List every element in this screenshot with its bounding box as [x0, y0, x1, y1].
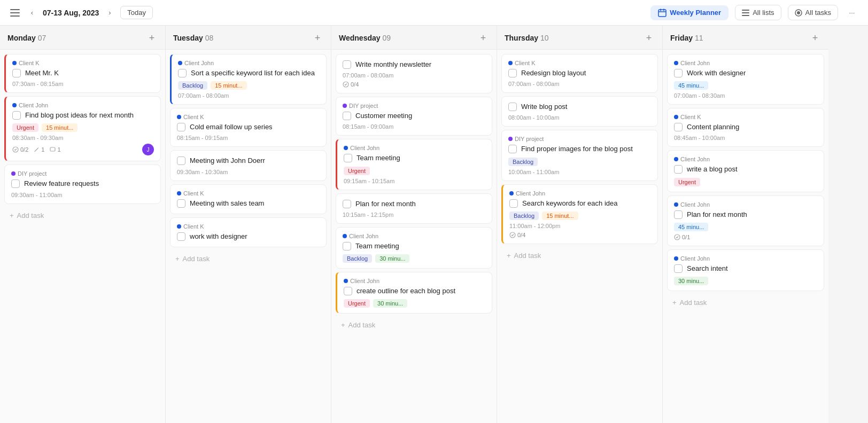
- svg-rect-0: [10, 9, 20, 10]
- task-title: Team meeting: [355, 241, 399, 251]
- client-dot: [344, 146, 348, 150]
- task-time: 09:15am - 10:15am: [344, 178, 485, 184]
- task-checkbox[interactable]: [343, 242, 351, 250]
- add-task-header-monday[interactable]: +: [146, 32, 158, 44]
- task-card: Client K Redesign blog layout 07:00am - …: [501, 54, 658, 93]
- client-name: DIY project: [18, 170, 46, 177]
- task-meta-subtasks: 0/4: [509, 232, 525, 238]
- task-checkbox[interactable]: [344, 287, 352, 295]
- client-dot: [674, 256, 678, 261]
- task-client: DIY project: [343, 103, 485, 109]
- day-title-monday: Monday 07: [7, 34, 46, 42]
- task-row: Search keywords for each idea: [509, 199, 651, 208]
- task-checkbox[interactable]: [177, 123, 185, 131]
- prev-week-button[interactable]: ‹: [26, 6, 38, 19]
- more-options-button[interactable]: ···: [844, 5, 859, 20]
- task-tags: Urgent: [344, 167, 485, 175]
- task-tags: Backlog15 minut...: [178, 81, 320, 90]
- add-task-thursday[interactable]: + Add task: [501, 247, 658, 264]
- task-row: Review feature requests: [11, 179, 154, 189]
- today-button[interactable]: Today: [120, 6, 153, 19]
- task-client: DIY project: [11, 170, 154, 177]
- task-meta: 0/4: [343, 81, 485, 88]
- tag: Urgent: [12, 123, 38, 132]
- svg-rect-13: [50, 147, 55, 151]
- task-checkbox[interactable]: [509, 199, 518, 208]
- task-checkbox[interactable]: [674, 264, 683, 273]
- client-name: Client John: [349, 233, 378, 239]
- task-checkbox[interactable]: [674, 165, 683, 174]
- task-meta-subtasks: 0/1: [674, 234, 690, 240]
- task-time: 09:30am - 11:00am: [11, 192, 154, 198]
- task-card: Client John create outline for each blog…: [336, 272, 492, 314]
- task-meta: 0/2 1 1 J: [12, 144, 154, 155]
- task-checkbox[interactable]: [177, 199, 185, 208]
- task-checkbox[interactable]: [343, 60, 351, 69]
- task-title: Search keywords for each idea: [522, 199, 617, 208]
- add-task-header-wednesday[interactable]: +: [477, 32, 489, 44]
- tasks-container-thursday: Client K Redesign blog layout 07:00am - …: [497, 50, 662, 423]
- client-name: Client K: [19, 60, 40, 66]
- task-checkbox[interactable]: [508, 145, 517, 153]
- task-checkbox[interactable]: [508, 69, 517, 77]
- task-title: create outline for each blog post: [356, 286, 455, 296]
- task-checkbox[interactable]: [12, 69, 21, 77]
- all-tasks-button[interactable]: All tasks: [788, 5, 838, 20]
- task-client: Client John: [509, 190, 651, 197]
- add-task-tuesday[interactable]: + Add task: [170, 250, 327, 267]
- day-title-wednesday: Wednesday 09: [339, 34, 391, 42]
- svg-rect-2: [10, 15, 20, 17]
- task-checkbox[interactable]: [343, 112, 351, 120]
- task-row: Find blog post ideas for next month: [12, 111, 154, 120]
- tasks-container-wednesday: Write monthly newsletter 07:00am - 08:00…: [331, 50, 497, 423]
- task-time: 09:30am - 10:30am: [177, 169, 320, 175]
- add-task-header-thursday[interactable]: +: [643, 32, 655, 44]
- task-client: DIY project: [508, 136, 651, 142]
- task-checkbox[interactable]: [674, 69, 683, 77]
- client-dot: [178, 61, 182, 65]
- all-lists-button[interactable]: All lists: [735, 5, 781, 20]
- client-dot: [343, 234, 347, 238]
- day-col-thursday: Thursday 10 + Client K Redesign blog lay…: [497, 26, 663, 423]
- task-card: Client John Search intent 30 minu...: [667, 249, 824, 291]
- task-card: Client K Content planning 08:45am - 10:0…: [667, 108, 824, 147]
- add-task-wednesday[interactable]: + Add task: [336, 317, 492, 333]
- add-task-header-tuesday[interactable]: +: [312, 32, 323, 44]
- task-row: Redesign blog layout: [508, 68, 651, 78]
- svg-rect-7: [742, 10, 749, 11]
- task-checkbox[interactable]: [508, 103, 517, 111]
- task-checkbox[interactable]: [12, 111, 21, 120]
- task-time: 07:30am - 08:15am: [12, 81, 154, 87]
- task-tags: Urgent: [674, 178, 817, 186]
- task-client: Client K: [177, 190, 320, 197]
- task-checkbox[interactable]: [343, 200, 351, 208]
- task-row: Customer meeting: [343, 111, 485, 121]
- tasks-container-tuesday: Client John Sort a specific keyword list…: [166, 50, 331, 423]
- tasks-container-friday: Client John Work with designer 45 minu..…: [663, 50, 828, 423]
- tag: 15 minut...: [211, 81, 246, 90]
- sidebar-toggle-button[interactable]: [9, 6, 21, 19]
- client-name: Client John: [350, 145, 379, 151]
- task-card: Client K Meet Mr. K 07:30am - 08:15am: [4, 54, 161, 93]
- client-name: Client John: [680, 255, 710, 262]
- client-dot: [177, 224, 181, 229]
- day-title-thursday: Thursday 10: [505, 34, 548, 42]
- task-meta: 0/4: [509, 232, 651, 238]
- add-task-header-friday[interactable]: +: [809, 32, 821, 44]
- task-client: Client John: [674, 60, 817, 66]
- task-client: Client K: [177, 223, 320, 230]
- task-checkbox[interactable]: [177, 232, 185, 241]
- client-dot: [509, 191, 514, 195]
- weekly-planner-button[interactable]: Weekly Planner: [650, 5, 728, 20]
- add-task-monday[interactable]: + Add task: [4, 207, 161, 224]
- task-checkbox[interactable]: [674, 123, 683, 131]
- task-checkbox[interactable]: [344, 154, 352, 162]
- task-checkbox[interactable]: [11, 179, 20, 188]
- task-client: Client John: [674, 255, 817, 262]
- client-name: Client K: [515, 60, 536, 66]
- add-task-friday[interactable]: + Add task: [667, 294, 824, 311]
- task-checkbox[interactable]: [178, 69, 187, 77]
- task-checkbox[interactable]: [177, 156, 185, 165]
- next-week-button[interactable]: ›: [103, 6, 116, 19]
- task-checkbox[interactable]: [674, 210, 683, 219]
